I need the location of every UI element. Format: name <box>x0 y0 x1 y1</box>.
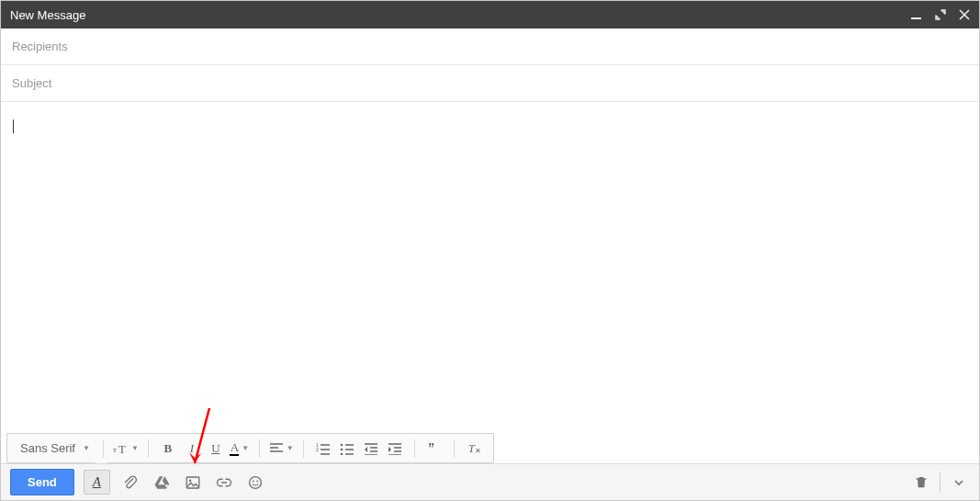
recipients-input[interactable] <box>12 28 968 64</box>
trash-button[interactable] <box>910 472 932 494</box>
subject-row[interactable] <box>1 65 979 102</box>
divider <box>103 439 104 458</box>
divider <box>303 439 304 458</box>
italic-button[interactable]: I <box>182 438 202 460</box>
svg-point-14 <box>253 480 254 482</box>
send-button[interactable]: Send <box>10 469 74 495</box>
popout-icon[interactable] <box>935 9 946 20</box>
svg-point-5 <box>340 443 343 446</box>
formatting-a-icon: A <box>93 474 101 490</box>
chevron-down-icon: ▼ <box>83 444 90 452</box>
font-family-select[interactable]: Sans Serif ▼ <box>17 438 94 460</box>
recipients-row[interactable] <box>1 28 979 65</box>
bold-button[interactable]: B <box>158 438 178 460</box>
formatting-toolbar: Sans Serif ▼ т T ▼ B I U A ▼ <box>6 433 494 463</box>
svg-point-7 <box>340 452 343 454</box>
insert-emoji-button[interactable] <box>244 472 266 494</box>
svg-text:T: T <box>118 442 126 456</box>
close-icon[interactable] <box>959 9 970 20</box>
titlebar[interactable]: New Message <box>1 1 979 28</box>
svg-rect-11 <box>186 477 199 488</box>
compose-actions-bar: Send A <box>1 463 979 500</box>
numbered-list-button[interactable]: 12 <box>313 438 333 460</box>
divider <box>148 439 149 458</box>
divider <box>940 473 941 493</box>
window-title: New Message <box>10 8 85 22</box>
align-button[interactable]: ▼ <box>269 438 294 460</box>
chevron-down-icon: ▼ <box>242 444 249 452</box>
svg-text:т: т <box>113 445 117 454</box>
svg-text:”: ” <box>428 442 434 455</box>
quote-button[interactable]: ” <box>424 438 445 460</box>
svg-point-15 <box>256 480 258 482</box>
remove-formatting-button[interactable]: T✕ <box>464 438 484 460</box>
font-size-button[interactable]: т T ▼ <box>113 438 139 460</box>
attach-file-button[interactable] <box>119 472 141 494</box>
bulleted-list-button[interactable] <box>337 438 357 460</box>
font-family-label: Sans Serif <box>20 441 75 455</box>
formatting-toggle-button[interactable]: A <box>84 470 110 495</box>
divider <box>454 439 455 458</box>
minimize-icon[interactable] <box>911 9 922 20</box>
svg-point-6 <box>340 448 343 450</box>
chevron-down-icon: ▼ <box>131 444 139 452</box>
text-caret <box>13 120 14 133</box>
indent-less-button[interactable] <box>361 438 381 460</box>
indent-more-button[interactable] <box>385 438 405 460</box>
svg-point-13 <box>249 476 261 488</box>
svg-point-12 <box>188 479 191 482</box>
insert-photo-button[interactable] <box>182 472 204 494</box>
more-options-button[interactable] <box>948 472 970 494</box>
chevron-down-icon: ▼ <box>287 444 294 452</box>
underline-button[interactable]: U <box>206 438 226 460</box>
compose-window: New Message <box>0 0 980 501</box>
subject-input[interactable] <box>12 65 968 101</box>
svg-text:2: 2 <box>316 447 319 452</box>
divider <box>414 439 415 458</box>
svg-text:✕: ✕ <box>475 447 481 455</box>
text-color-button[interactable]: A ▼ <box>230 438 250 460</box>
divider <box>259 439 260 458</box>
svg-rect-0 <box>911 17 921 19</box>
insert-drive-button[interactable] <box>151 472 173 494</box>
insert-link-button[interactable] <box>213 472 235 494</box>
window-controls <box>911 9 970 20</box>
